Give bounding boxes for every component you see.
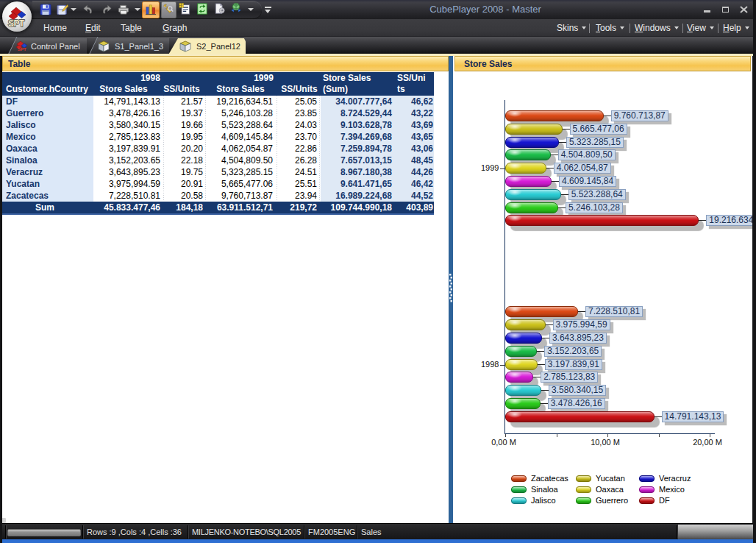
svg-text:SPT: SPT <box>8 18 25 29</box>
svg-text:SPT: SPT <box>18 47 26 52</box>
